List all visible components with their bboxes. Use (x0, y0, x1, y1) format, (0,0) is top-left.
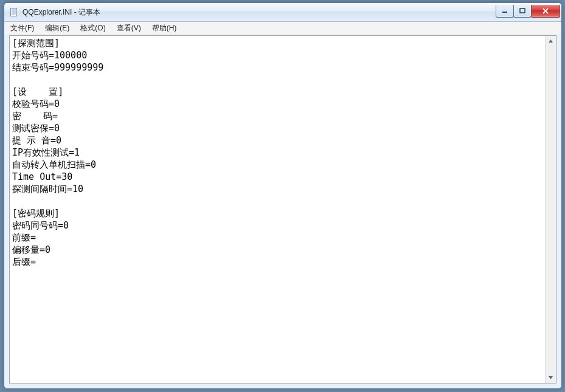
vertical-scrollbar[interactable] (545, 36, 556, 383)
close-button[interactable] (531, 5, 560, 18)
text-editor[interactable]: [探测范围] 开始号码=100000 结束号码=999999999 [设 置] … (10, 36, 545, 383)
notepad-window: QQExplorer.INI - 记事本 文件(F) 编辑(E) 格式(O) 查… (4, 2, 562, 389)
scroll-up-button[interactable] (546, 36, 555, 46)
title-bar[interactable]: QQExplorer.INI - 记事本 (4, 3, 561, 22)
client-area: [探测范围] 开始号码=100000 结束号码=999999999 [设 置] … (9, 35, 556, 383)
scroll-down-button[interactable] (546, 373, 555, 383)
minimize-button[interactable] (496, 5, 514, 18)
menu-format[interactable]: 格式(O) (75, 22, 110, 35)
menu-bar: 文件(F) 编辑(E) 格式(O) 查看(V) 帮助(H) (4, 22, 561, 35)
notepad-icon (9, 7, 19, 17)
menu-help[interactable]: 帮助(H) (147, 22, 182, 35)
svg-rect-7 (520, 9, 525, 13)
menu-edit[interactable]: 编辑(E) (40, 22, 74, 35)
window-title: QQExplorer.INI - 记事本 (23, 7, 100, 18)
caption-buttons (496, 5, 561, 18)
menu-view[interactable]: 查看(V) (112, 22, 146, 35)
menu-file[interactable]: 文件(F) (5, 22, 39, 35)
maximize-button[interactable] (513, 5, 532, 18)
